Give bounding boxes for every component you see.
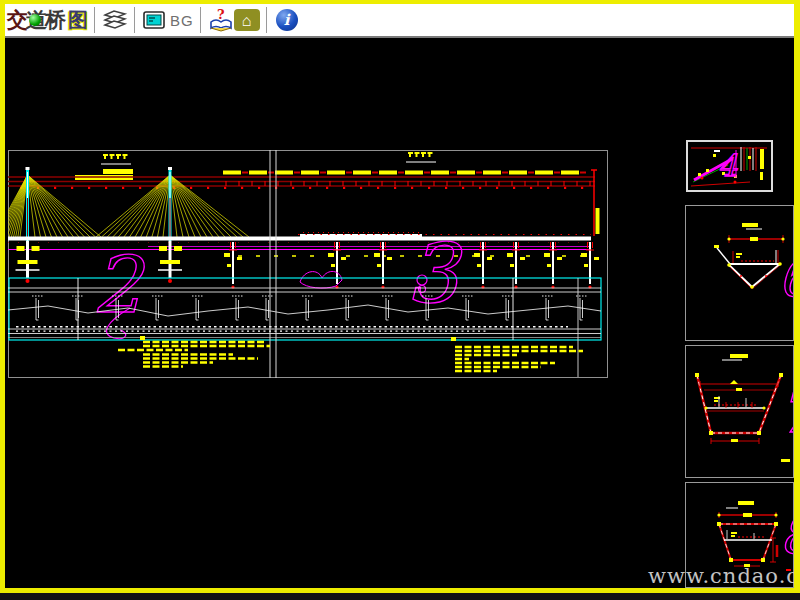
bg-button-label: BG xyxy=(170,12,194,29)
info-icon: i xyxy=(276,9,298,31)
station-tick-marks xyxy=(75,152,436,180)
window-border-right xyxy=(794,0,800,593)
notes-block-right xyxy=(451,337,583,371)
vstrut-section-thumbnail: 6 xyxy=(686,206,793,340)
toolbar: 交 道 桥 图 BG xyxy=(5,4,794,38)
window-border-left xyxy=(0,0,5,593)
screen-icon xyxy=(142,9,166,31)
window-border-shadow xyxy=(0,593,800,600)
toolbar-separator xyxy=(266,7,268,33)
approach-plan-thumbnail: 4 xyxy=(688,142,771,190)
logo-char-3: 桥 xyxy=(45,5,64,35)
help-button[interactable]: ? xyxy=(208,6,234,34)
sheet-number-8: 8 xyxy=(780,507,793,565)
sheet-number-7: 7 xyxy=(779,382,793,445)
svg-text:?: ? xyxy=(217,8,225,22)
logo-badge-icon: 图 xyxy=(68,7,88,34)
app-logo: 交 道 桥 图 xyxy=(7,5,88,35)
bridge-elevation-drawing: 23 xyxy=(8,150,608,378)
sheet-numerals: 23 xyxy=(92,226,463,339)
sheet-number-4: 4 xyxy=(718,148,738,183)
detail-panel-approach-plan[interactable]: 4 xyxy=(686,140,773,192)
bg-display-button[interactable]: BG xyxy=(142,6,194,34)
logo-char-1: 交 xyxy=(7,5,26,35)
detail-panel-box-girder-section[interactable]: 7 xyxy=(685,345,794,478)
info-button[interactable]: i xyxy=(274,6,300,34)
drawing-canvas[interactable]: 23 xyxy=(5,40,794,588)
layers-button[interactable] xyxy=(102,6,128,34)
box-girder-thumbnail: 7 xyxy=(686,346,793,477)
sheet-number-6: 6 xyxy=(778,248,793,308)
logo-char-2: 道 xyxy=(26,5,45,35)
cad-viewer-window: 交 道 桥 图 BG xyxy=(0,0,800,600)
toolbar-separator xyxy=(134,7,136,33)
logo-globe-icon xyxy=(29,14,41,26)
home-icon: ⌂ xyxy=(242,10,252,31)
home-button[interactable]: ⌂ xyxy=(234,9,260,31)
watermark-text: www.cndao.com xyxy=(648,564,800,588)
help-book-icon: ? xyxy=(208,8,234,32)
svg-text:3: 3 xyxy=(406,226,463,321)
window-border-top xyxy=(0,0,800,4)
toolbar-separator xyxy=(94,7,96,33)
toolbar-separator xyxy=(200,7,202,33)
detail-panel-vstrut-section[interactable]: 6 xyxy=(685,205,794,341)
layers-icon xyxy=(102,9,128,31)
svg-text:2: 2 xyxy=(92,240,146,330)
